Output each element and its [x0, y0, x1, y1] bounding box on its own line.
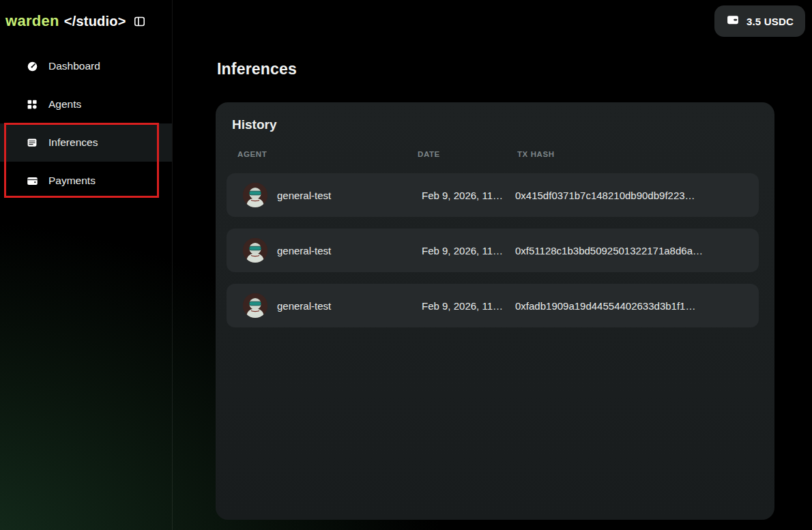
agent-cell: general-test — [243, 293, 422, 318]
row-tx-hash: 0x415df0371b7c148210db90db9f223… — [515, 190, 759, 201]
wallet-balance-button[interactable]: 3.5 USDC — [714, 5, 805, 37]
list-icon — [25, 136, 39, 149]
row-tx-hash: 0xf51128c1b3bd5092501322171a8d6a… — [515, 245, 759, 256]
brand-name: warden — [5, 12, 59, 30]
column-header-date: DATE — [418, 150, 517, 158]
gauge-icon — [25, 59, 39, 73]
sidebar-collapse-icon[interactable] — [133, 15, 146, 28]
row-tx-hash: 0xfadb1909a19d44554402633d3b1f1… — [515, 300, 759, 312]
wallet-icon — [726, 13, 740, 29]
sidebar-item-label: Dashboard — [48, 60, 100, 72]
wallet-icon — [25, 174, 39, 188]
sidebar-item-label: Payments — [48, 175, 96, 187]
column-header-txhash: TX HASH — [517, 150, 753, 158]
row-date: Feb 9, 2026, 11… — [422, 300, 515, 312]
history-card-title: History — [232, 117, 276, 132]
history-column-headers: AGENT DATE TX HASH — [237, 150, 753, 158]
app-root: warden </studio> Dashboard — [0, 0, 812, 530]
agent-cell: general-test — [243, 238, 422, 263]
agent-avatar — [243, 238, 267, 263]
sidebar-item-payments[interactable]: Payments — [0, 162, 172, 200]
history-row-list: general-test Feb 9, 2026, 11… 0x415df037… — [227, 173, 759, 327]
history-card: History AGENT DATE TX HASH — [216, 102, 774, 520]
agent-avatar — [243, 293, 267, 318]
brand-suffix: </studio> — [64, 14, 126, 29]
agent-cell: general-test — [243, 183, 422, 207]
agent-name: general-test — [277, 190, 331, 201]
agent-avatar — [243, 183, 267, 207]
sidebar-nav: Dashboard Agents — [0, 47, 172, 200]
sidebar-item-label: Inferences — [48, 136, 98, 149]
table-row[interactable]: general-test Feb 9, 2026, 11… 0xf51128c1… — [227, 229, 759, 272]
wallet-balance-value: 3.5 USDC — [746, 16, 794, 27]
agent-name: general-test — [277, 300, 331, 312]
table-row[interactable]: general-test Feb 9, 2026, 11… 0xfadb1909… — [227, 284, 759, 327]
row-date: Feb 9, 2026, 11… — [422, 190, 515, 201]
sidebar: warden </studio> Dashboard — [0, 0, 173, 530]
grid-icon — [25, 98, 39, 111]
sidebar-item-agents[interactable]: Agents — [0, 85, 172, 123]
table-row[interactable]: general-test Feb 9, 2026, 11… 0x415df037… — [227, 173, 759, 217]
sidebar-item-label: Agents — [48, 98, 81, 111]
row-date: Feb 9, 2026, 11… — [422, 245, 515, 256]
brand-logo: warden </studio> — [5, 12, 146, 30]
sidebar-item-dashboard[interactable]: Dashboard — [0, 47, 172, 85]
agent-name: general-test — [277, 245, 331, 256]
sidebar-item-inferences[interactable]: Inferences — [0, 123, 172, 162]
column-header-agent: AGENT — [237, 150, 418, 158]
page-title: Inferences — [217, 60, 297, 78]
